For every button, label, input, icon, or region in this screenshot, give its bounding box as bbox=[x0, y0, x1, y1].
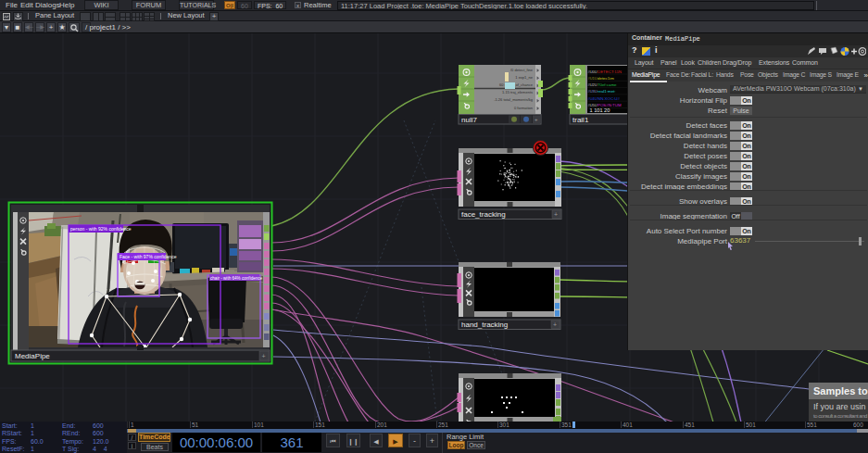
svg-text:1 exp1_ne: 1 exp1_ne bbox=[515, 75, 533, 80]
svg-text:+: + bbox=[535, 117, 538, 122]
svg-text:+: + bbox=[553, 321, 557, 328]
svg-text:#U0U: #U0U bbox=[588, 69, 598, 74]
svg-text:trail1: trail1 bbox=[572, 116, 589, 124]
svg-text:+: + bbox=[554, 211, 558, 218]
svg-text:1.15 traj_elements: 1.15 traj_elements bbox=[502, 90, 533, 94]
svg-text:hand_tracking: hand_tracking bbox=[461, 321, 508, 329]
svg-text:chair - with 64% confidence: chair - with 64% confidence bbox=[210, 276, 263, 281]
svg-text:0 formation: 0 formation bbox=[514, 106, 533, 110]
svg-text:null7: null7 bbox=[461, 116, 477, 124]
svg-text:MediaPipe: MediaPipe bbox=[15, 352, 50, 360]
svg-text:#U1U: #U1U bbox=[588, 76, 598, 81]
svg-text:person - with 92% confidence: person - with 92% confidence bbox=[70, 226, 132, 232]
svg-text:Face - with 97% confidence: Face - with 97% confidence bbox=[120, 254, 177, 259]
svg-text:face_tracking: face_tracking bbox=[461, 210, 506, 219]
svg-text:detec1im: detec1im bbox=[598, 76, 614, 81]
svg-text:+: + bbox=[262, 353, 266, 359]
svg-text:DETECT:11N: DETECT:11N bbox=[598, 69, 622, 74]
svg-text:-1.26 total_moments/kg: -1.26 total_moments/kg bbox=[494, 97, 533, 102]
svg-text:/0 detect_fine: /0 detect_fine bbox=[510, 68, 534, 72]
svg-text:60 samp_of_chance: 60 samp_of_chance bbox=[499, 82, 534, 87]
